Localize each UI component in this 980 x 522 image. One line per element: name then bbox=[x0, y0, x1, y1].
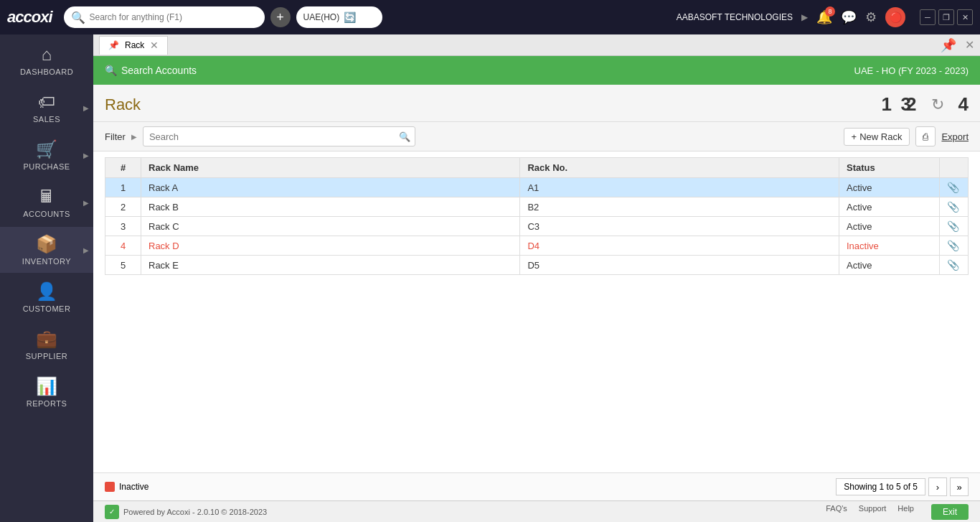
share-button[interactable]: ⎙ bbox=[915, 126, 936, 146]
cell-num: 4 bbox=[105, 236, 141, 256]
col-header-status: Status bbox=[839, 158, 940, 178]
cell-num: 5 bbox=[105, 256, 141, 275]
tab-close-icon[interactable]: ✕ bbox=[150, 39, 159, 51]
filter-arrow-icon: ▶ bbox=[131, 133, 137, 141]
next-page-button[interactable]: › bbox=[928, 477, 947, 496]
search-accounts-icon: 🔍 bbox=[105, 65, 117, 76]
table-row[interactable]: 1 Rack A A1 Active 📎 bbox=[105, 178, 969, 197]
cell-rack-no: C3 bbox=[520, 217, 839, 236]
sidebar: ⌂ DASHBOARD 🏷 SALES ▶ 🛒 PURCHASE ▶ 🖩 ACC… bbox=[0, 34, 93, 522]
new-rack-button[interactable]: + New Rack bbox=[844, 128, 910, 146]
sidebar-label-dashboard: DASHBOARD bbox=[20, 67, 73, 76]
sidebar-item-purchase[interactable]: 🛒 PURCHASE ▶ bbox=[0, 132, 93, 178]
last-page-button[interactable]: » bbox=[950, 477, 969, 496]
table-row[interactable]: 4 Rack D D4 Inactive 📎 bbox=[105, 236, 969, 256]
sidebar-item-accounts[interactable]: 🖩 ACCOUNTS ▶ bbox=[0, 180, 93, 225]
tab-close-main[interactable]: ✕ bbox=[965, 38, 974, 52]
reports-icon: 📊 bbox=[36, 376, 57, 396]
sidebar-label-purchase: PURCHASE bbox=[23, 162, 70, 171]
sidebar-item-dashboard[interactable]: ⌂ DASHBOARD bbox=[0, 37, 93, 83]
sidebar-label-customer: CUSTOMER bbox=[23, 304, 71, 313]
fy-info: UAE - HO (FY 2023 - 2023) bbox=[854, 65, 969, 76]
sidebar-item-reports[interactable]: 📊 REPORTS bbox=[0, 369, 93, 415]
col-header-action bbox=[940, 158, 969, 178]
table-search-icon: 🔍 bbox=[395, 131, 415, 142]
help-link[interactable]: Help bbox=[897, 504, 914, 520]
powered-by: ✓ Powered by Accoxi - 2.0.10 © 2018-2023 bbox=[105, 505, 267, 519]
cell-rack-name: Rack C bbox=[141, 217, 520, 236]
minimize-button[interactable]: ─ bbox=[920, 9, 936, 25]
refresh-icon[interactable]: 🔄 bbox=[344, 11, 356, 23]
pagination: Showing 1 to 5 of 5 › » bbox=[836, 477, 969, 496]
add-button[interactable]: + bbox=[270, 7, 291, 27]
legend: Inactive bbox=[105, 482, 149, 492]
powered-text: Powered by Accoxi - 2.0.10 © 2018-2023 bbox=[123, 508, 267, 516]
sidebar-item-sales[interactable]: 🏷 SALES ▶ bbox=[0, 85, 93, 131]
cell-rack-name: Rack E bbox=[141, 256, 520, 275]
nav-right: AABASOFT TECHNOLOGIES ▶ 🔔 8 💬 ⚙ 🔴 ─ ❐ ✕ bbox=[677, 7, 973, 27]
exit-button[interactable]: Exit bbox=[931, 504, 969, 520]
cell-rack-name: Rack A bbox=[141, 178, 520, 197]
pagination-info: Showing 1 to 5 of 5 bbox=[836, 478, 925, 495]
num-badge-1: 1 bbox=[882, 93, 892, 116]
top-nav: accoxi 🔍 + UAE(HO) 🔄 AABASOFT TECHNOLOGI… bbox=[0, 0, 980, 34]
powered-logo: ✓ bbox=[105, 505, 119, 519]
restore-button[interactable]: ❐ bbox=[938, 9, 954, 25]
cell-status: Active bbox=[839, 178, 940, 197]
table-body: 1 Rack A A1 Active 📎 2 Rack B B2 Active … bbox=[105, 178, 969, 275]
sales-icon: 🏷 bbox=[38, 92, 55, 112]
inactive-legend-dot bbox=[105, 482, 115, 492]
global-search-input[interactable] bbox=[90, 12, 248, 22]
cell-rack-no: D5 bbox=[520, 256, 839, 275]
sidebar-label-supplier: SUPPLIER bbox=[26, 352, 67, 360]
user-avatar[interactable]: 🔴 bbox=[885, 7, 905, 27]
accounts-icon: 🖩 bbox=[38, 187, 55, 207]
table-row[interactable]: 3 Rack C C3 Active 📎 bbox=[105, 217, 969, 236]
faqs-link[interactable]: FAQ's bbox=[826, 504, 847, 520]
export-button[interactable]: Export bbox=[941, 131, 969, 142]
sidebar-label-sales: SALES bbox=[33, 115, 60, 123]
messages-button[interactable]: 💬 bbox=[841, 9, 857, 25]
cell-rack-name: Rack D bbox=[141, 236, 520, 256]
global-search[interactable]: 🔍 bbox=[64, 6, 265, 28]
company-selector[interactable]: UAE(HO) 🔄 bbox=[296, 6, 382, 28]
sidebar-item-supplier[interactable]: 💼 SUPPLIER bbox=[0, 322, 93, 368]
filter-button[interactable]: Filter bbox=[105, 131, 126, 142]
cell-rack-no: A1 bbox=[520, 178, 839, 197]
cell-num: 3 bbox=[105, 217, 141, 236]
attach-icon: 📎 bbox=[947, 182, 959, 193]
close-button[interactable]: ✕ bbox=[957, 9, 973, 25]
bottom-links: FAQ's Support Help Exit bbox=[826, 504, 969, 520]
cell-num: 2 bbox=[105, 197, 141, 217]
search-input-wrap[interactable]: 🔍 bbox=[143, 126, 415, 146]
cell-attach[interactable]: 📎 bbox=[940, 178, 969, 197]
tab-rack[interactable]: 📌 Rack ✕ bbox=[99, 36, 168, 55]
main-layout: ⌂ DASHBOARD 🏷 SALES ▶ 🛒 PURCHASE ▶ 🖩 ACC… bbox=[0, 34, 980, 522]
cell-attach[interactable]: 📎 bbox=[940, 236, 969, 256]
cell-attach[interactable]: 📎 bbox=[940, 256, 969, 275]
tab-bar: 📌 Rack ✕ 📌 ✕ bbox=[93, 34, 980, 56]
col-header-rack-name: Rack Name bbox=[141, 158, 520, 178]
green-header: 🔍 Search Accounts UAE - HO (FY 2023 - 20… bbox=[93, 56, 980, 85]
search-accounts-button[interactable]: 🔍 Search Accounts bbox=[105, 65, 197, 76]
sidebar-label-reports: REPORTS bbox=[27, 399, 67, 408]
inactive-legend-label: Inactive bbox=[119, 482, 149, 492]
cell-num: 1 bbox=[105, 178, 141, 197]
sidebar-item-customer[interactable]: 👤 CUSTOMER bbox=[0, 274, 93, 320]
attach-icon: 📎 bbox=[947, 201, 959, 213]
col-header-rack-no: Rack No. bbox=[520, 158, 839, 178]
purchase-icon: 🛒 bbox=[36, 139, 57, 159]
cell-attach[interactable]: 📎 bbox=[940, 197, 969, 217]
cell-attach[interactable]: 📎 bbox=[940, 217, 969, 236]
table-row[interactable]: 5 Rack E D5 Active 📎 bbox=[105, 256, 969, 275]
table-row[interactable]: 2 Rack B B2 Active 📎 bbox=[105, 197, 969, 217]
settings-button[interactable]: ⚙ bbox=[865, 9, 877, 25]
notifications-button[interactable]: 🔔 8 bbox=[816, 9, 832, 25]
support-link[interactable]: Support bbox=[859, 504, 887, 520]
pin-button[interactable]: 📌 bbox=[941, 37, 956, 53]
toolbar: Filter ▶ 🔍 + New Rack ⎙ Export bbox=[93, 122, 980, 152]
table-search-input[interactable] bbox=[143, 131, 395, 142]
refresh-page-icon[interactable]: ↻ bbox=[931, 95, 944, 114]
cell-status: Inactive bbox=[839, 236, 940, 256]
sidebar-item-inventory[interactable]: 📦 INVENTORY ▶ bbox=[0, 227, 93, 273]
